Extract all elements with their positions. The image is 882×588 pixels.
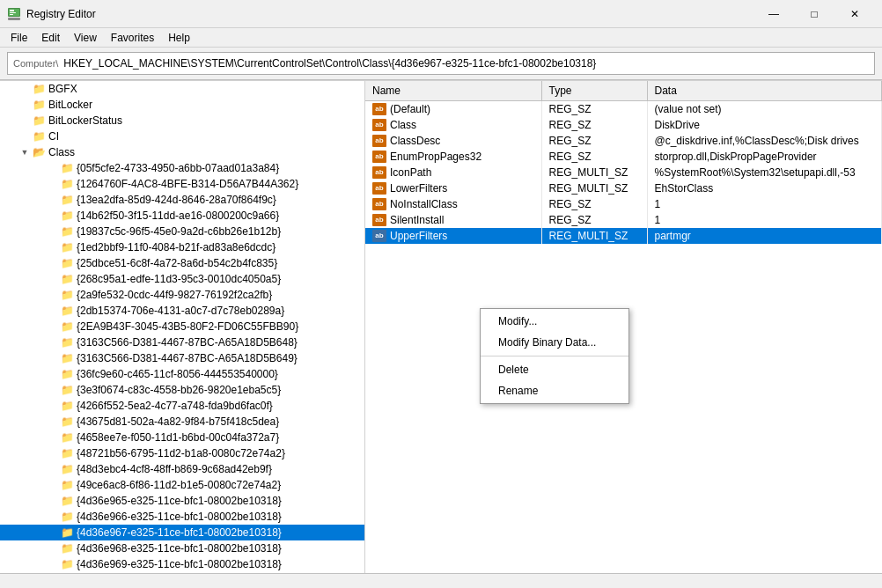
tree-item-class-16[interactable]: ▶ 📁 {4266f552-5ea2-4c77-a748-fda9bd6fac0… <box>0 398 364 414</box>
tree-label: {4658ee7e-f050-11d1-b6bd-00c04fa372a7} <box>77 431 279 444</box>
maximize-button[interactable]: □ <box>794 0 834 28</box>
tree-item-class-20[interactable]: ▶ 📁 {48d3ebc4-4cf8-48ff-b869-9c68ad42eb9… <box>0 461 364 477</box>
svg-rect-4 <box>10 12 16 13</box>
tree-item-class-1[interactable]: ▶ 📁 {05f5cfe2-4733-4950-a6bb-07aad01a3a8… <box>0 160 364 176</box>
table-row[interactable]: ab IconPath REG_MULTI_SZ %SystemRoot%\Sy… <box>365 165 882 180</box>
tree-label: {49ce6ac8-6f86-11d2-b1e5-0080c72e74a2} <box>77 479 281 491</box>
reg-value-icon: ab <box>372 182 386 195</box>
detail-panel[interactable]: Name Type Data ab (Default) REG_SZ (valu… <box>365 81 882 573</box>
folder-icon: 📁 <box>60 240 74 254</box>
menu-file[interactable]: File <box>4 28 34 48</box>
tree-label: {48721b56-6795-11d2-b1a8-0080c72e74a2} <box>77 447 285 459</box>
tree-label: {3163C566-D381-4467-87BC-A65A18D5B649} <box>77 352 298 364</box>
tree-label: {4d36e968-e325-11ce-bfc1-08002be10318} <box>77 542 282 555</box>
type-cell: REG_SZ <box>541 212 647 228</box>
table-row[interactable]: ab (Default) REG_SZ (value not set) <box>365 100 882 117</box>
folder-icon: 📁 <box>60 446 74 460</box>
tree-item-class-24-selected[interactable]: ▶ 📁 {4d36e967-e325-11ce-bfc1-08002be1031… <box>0 525 364 540</box>
table-row[interactable]: ab ClassDesc REG_SZ @c_diskdrive.inf,%Cl… <box>365 133 882 149</box>
context-menu-modify-binary[interactable]: Modify Binary Data... <box>481 332 628 353</box>
tree-item-class-4[interactable]: ▶ 📁 {14b62f50-3f15-11dd-ae16-0800200c9a6… <box>0 208 364 224</box>
context-menu-modify[interactable]: Modify... <box>481 311 628 332</box>
menu-help[interactable]: Help <box>161 28 197 48</box>
tree-item-class-6[interactable]: ▶ 📁 {1ed2bbf9-11f0-4084-b21f-ad83a8e6dcd… <box>0 239 364 255</box>
minimize-button[interactable]: — <box>753 0 794 28</box>
tree-item-class-15[interactable]: ▶ 📁 {3e3f0674-c83c-4558-bb26-9820e1eba5c… <box>0 382 364 398</box>
tree-item-bitlockerstatus[interactable]: ▶ 📁 BitLockerStatus <box>0 113 364 129</box>
folder-icon: 📁 <box>60 304 74 318</box>
tree-item-class-18[interactable]: ▶ 📁 {4658ee7e-f050-11d1-b6bd-00c04fa372a… <box>0 430 364 445</box>
reg-value-name: LowerFilters <box>390 182 447 195</box>
tree-item-class-21[interactable]: ▶ 📁 {49ce6ac8-6f86-11d2-b1e5-0080c72e74a… <box>0 477 364 493</box>
tree-item-class-11[interactable]: ▶ 📁 {2EA9B43F-3045-43B5-80F2-FD06C55FBB9… <box>0 319 364 334</box>
folder-icon: 📁 <box>60 399 74 413</box>
table-row[interactable]: ab EnumPropPages32 REG_SZ storprop.dll,D… <box>365 149 882 165</box>
name-cell: ab EnumPropPages32 <box>365 149 541 165</box>
name-cell: ab ClassDesc <box>365 133 541 149</box>
reg-value-name: ClassDesc <box>390 135 440 147</box>
expand-icon-class[interactable]: ▼ <box>18 145 32 159</box>
tree-panel[interactable]: ▶ 📁 BGFX ▶ 📁 BitLocker ▶ 📁 BitLockerStat… <box>0 81 365 573</box>
tree-item-class[interactable]: ▼ 📂 Class <box>0 144 364 160</box>
tree-item-class-2[interactable]: ▶ 📁 {1264760F-4AC8-4BFE-B314-D56A7B44A36… <box>0 176 364 192</box>
context-menu-delete[interactable]: Delete <box>481 359 628 380</box>
address-bar[interactable]: Computer\HKEY_LOCAL_MACHINE\SYSTEM\Curre… <box>7 52 875 75</box>
reg-value-icon: ab <box>372 103 386 115</box>
name-cell: ab SilentInstall <box>365 212 541 228</box>
tree-label: {48d3ebc4-4cf8-48ff-b869-9c68ad42eb9f} <box>77 463 272 475</box>
reg-value-icon: ab <box>372 166 386 179</box>
tree-item-class-12[interactable]: ▶ 📁 {3163C566-D381-4467-87BC-A65A18D5B64… <box>0 334 364 350</box>
table-row[interactable]: ab SilentInstall REG_SZ 1 <box>365 212 882 228</box>
tree-label: {4d36e966-e325-11ce-bfc1-08002be10318} <box>77 511 282 523</box>
tree-label: {1ed2bbf9-11f0-4084-b21f-ad83a8e6dcdc} <box>77 241 276 254</box>
tree-item-class-22[interactable]: ▶ 📁 {4d36e965-e325-11ce-bfc1-08002be1031… <box>0 493 364 509</box>
type-cell: REG_MULTI_SZ <box>541 228 647 244</box>
tree-item-ci[interactable]: ▶ 📁 CI <box>0 129 364 144</box>
col-name[interactable]: Name <box>365 81 541 100</box>
tree-item-class-23[interactable]: ▶ 📁 {4d36e966-e325-11ce-bfc1-08002be1031… <box>0 509 364 525</box>
context-menu-separator <box>481 356 628 356</box>
folder-icon: 📁 <box>60 272 74 286</box>
tree-item-class-7[interactable]: ▶ 📁 {25dbce51-6c8f-4a72-8a6d-b54c2b4fc83… <box>0 255 364 271</box>
data-cell: EhStorClass <box>647 180 882 196</box>
tree-item-class-9[interactable]: ▶ 📁 {2a9fe532-0cdc-44f9-9827-76192f2ca2f… <box>0 287 364 303</box>
folder-icon: 📁 <box>60 177 74 191</box>
table-row[interactable]: ab LowerFilters REG_MULTI_SZ EhStorClass <box>365 180 882 196</box>
menu-favorites[interactable]: Favorites <box>104 28 161 48</box>
name-cell: ab LowerFilters <box>365 180 541 196</box>
table-row[interactable]: ab Class REG_SZ DiskDrive <box>365 117 882 133</box>
tree-item-class-13[interactable]: ▶ 📁 {3163C566-D381-4467-87BC-A65A18D5B64… <box>0 350 364 366</box>
context-menu: Modify... Modify Binary Data... Delete R… <box>480 308 629 404</box>
tree-label: {268c95a1-edfe-11d3-95c3-0010dc4050a5} <box>77 273 281 285</box>
table-row-upperfilters-selected[interactable]: ab UpperFilters REG_MULTI_SZ partmgr <box>365 228 882 244</box>
folder-icon: 📁 <box>60 415 74 429</box>
tree-item-bitlocker[interactable]: ▶ 📁 BitLocker <box>0 97 364 113</box>
folder-icon: 📁 <box>60 478 74 492</box>
type-cell: REG_MULTI_SZ <box>541 165 647 180</box>
menu-edit[interactable]: Edit <box>34 28 67 48</box>
tree-item-class-10[interactable]: ▶ 📁 {2db15374-706e-4131-a0c7-d7c78eb0289… <box>0 303 364 319</box>
tree-item-class-19[interactable]: ▶ 📁 {48721b56-6795-11d2-b1a8-0080c72e74a… <box>0 445 364 461</box>
tree-item-class-26[interactable]: ▶ 📁 {4d36e969-e325-11ce-bfc1-08002be1031… <box>0 556 364 572</box>
folder-icon: 📁 <box>60 320 74 334</box>
col-type[interactable]: Type <box>541 81 647 100</box>
tree-label: BGFX <box>48 83 77 95</box>
close-button[interactable]: ✕ <box>834 0 875 28</box>
menu-view[interactable]: View <box>67 28 104 48</box>
reg-value-name: UpperFilters <box>390 230 447 242</box>
tree-label: {19837c5c-96f5-45e0-9a2d-c6bb26e1b12b} <box>77 225 281 238</box>
context-menu-rename[interactable]: Rename <box>481 380 628 401</box>
folder-icon: 📁 <box>60 367 74 381</box>
type-cell: REG_SZ <box>541 196 647 212</box>
tree-item-class-25[interactable]: ▶ 📁 {4d36e968-e325-11ce-bfc1-08002be1031… <box>0 540 364 556</box>
tree-item-class-3[interactable]: ▶ 📁 {13ea2dfa-85d9-424d-8646-28a70f864f9… <box>0 192 364 208</box>
tree-item-class-14[interactable]: ▶ 📁 {36fc9e60-c465-11cf-8056-44455354000… <box>0 366 364 382</box>
tree-item-class-5[interactable]: ▶ 📁 {19837c5c-96f5-45e0-9a2d-c6bb26e1b12… <box>0 224 364 239</box>
table-row[interactable]: ab NoInstallClass REG_SZ 1 <box>365 196 882 212</box>
folder-icon: 📁 <box>60 351 74 365</box>
tree-item-bgfx[interactable]: ▶ 📁 BGFX <box>0 81 364 97</box>
col-data[interactable]: Data <box>647 81 882 100</box>
tree-item-class-17[interactable]: ▶ 📁 {43675d81-502a-4a82-9f84-b75f418c5de… <box>0 414 364 430</box>
tree-label: {14b62f50-3f15-11dd-ae16-0800200c9a66} <box>77 209 279 222</box>
tree-item-class-8[interactable]: ▶ 📁 {268c95a1-edfe-11d3-95c3-0010dc4050a… <box>0 271 364 287</box>
